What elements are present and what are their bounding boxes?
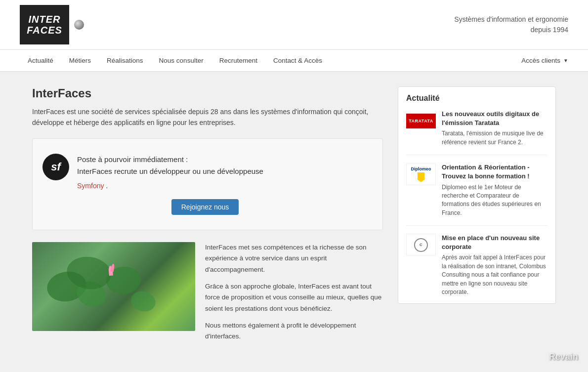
news-text-diplomeo: Orientation & Réorientation - Trouvez la… [442,163,547,217]
symfony-logo-icon: sf [42,154,69,180]
feature-description: InterFaces met ses compétences et la ric… [205,242,383,348]
colombus-logo: C [406,234,436,256]
nav-item-nous-consulter[interactable]: Nous consulter [151,50,211,71]
navigation: Actualité Métiers Réalisations Nous cons… [0,50,588,72]
nav-item-recrutement[interactable]: Recrutement [211,50,265,71]
logo: INTER FACES [20,5,69,44]
join-button[interactable]: Rejoignez nous [171,199,239,215]
news-text-colombus: Mise en place d'un nouveau site corporat… [442,234,547,296]
feature-section: InterFaces met ses compétences et la ric… [32,242,383,348]
logo-faces: FACES [27,25,62,36]
nav-item-realisations[interactable]: Réalisations [99,50,151,71]
news-item-colombus: C Mise en place d'un nouveau site corpor… [406,234,547,296]
news-desc-diplomeo: Diplomeo est le 1er Moteur de recherche … [442,183,547,218]
news-thumb-diplomeo: Diplomeo [406,163,436,185]
lily-image [32,242,195,331]
dot: . [104,182,108,190]
tagline: Systèmes d'information et ergonomie depu… [454,14,568,35]
feature-image [32,242,195,331]
symfony-label: Symfony [77,182,104,190]
news-desc-taratata: Taratata, l'émission de musique live de … [442,129,547,147]
main-wrapper: InterFaces InterFaces est une société de… [12,72,576,372]
nav-item-contact-acces[interactable]: Contact & Accès [265,50,330,71]
feature-para3: Nous mettons également à profit le dével… [205,320,383,342]
logo-area: INTER FACES [20,5,84,44]
client-access-dropdown[interactable]: Accès clients ▼ [521,57,568,64]
chevron-down-icon: ▼ [563,58,568,63]
sidebar-title: Actualité [406,94,547,103]
intro-text: InterFaces est une société de services s… [32,106,383,128]
feature-para1: InterFaces met ses compétences et la ric… [205,242,383,275]
join-btn-wrapper: Rejoignez nous [42,199,368,215]
content-left: InterFaces InterFaces est une société de… [32,82,383,358]
nav-item-metiers[interactable]: Métiers [61,50,99,71]
news-text-taratata: Les nouveaux outils digitaux de l'émissi… [442,110,547,147]
job-subtitle: InterFaces recrute un développeur ou une… [77,165,263,177]
job-text: Poste à pourvoir immédiatement : InterFa… [77,154,263,191]
taratata-logo: TARATATA [406,114,436,128]
logo-inter: INTER [29,14,61,25]
diplomeo-ribbon-icon [418,172,424,182]
news-title-diplomeo: Orientation & Réorientation - Trouvez la… [442,163,547,181]
news-thumb-taratata: TARATATA [406,110,436,132]
news-title-taratata: Les nouveaux outils digitaux de l'émissi… [442,110,547,127]
client-access-label: Accès clients [521,57,560,64]
nav-links: Actualité Métiers Réalisations Nous cons… [20,50,330,71]
logo-ball-icon [74,20,84,30]
diplomeo-logo: Diplomeo [406,163,436,185]
colombus-circle-icon: C [414,238,428,252]
news-item-diplomeo: Diplomeo Orientation & Réorientation - T… [406,163,547,226]
nav-item-actualite[interactable]: Actualité [20,50,61,71]
job-box: sf Poste à pourvoir immédiatement : Inte… [32,138,383,230]
feature-para2: Grâce à son approche globale, InterFaces… [205,281,383,314]
news-thumb-colombus: C [406,234,436,256]
job-symfony: Symfony . [77,180,263,191]
job-content: sf Poste à pourvoir immédiatement : Inte… [42,154,263,191]
sidebar-news-section: Actualité TARATATA Les nouveaux outils d… [398,86,556,304]
header: INTER FACES Systèmes d'information et er… [0,0,588,50]
sidebar: Actualité TARATATA Les nouveaux outils d… [398,82,556,358]
news-desc-colombus: Après avoir fait appel à InterFaces pour… [442,253,547,296]
news-item-taratata: TARATATA Les nouveaux outils digitaux de… [406,110,547,155]
news-title-colombus: Mise en place d'un nouveau site corporat… [442,234,547,251]
job-title: Poste à pourvoir immédiatement : [77,154,263,165]
page-title: InterFaces [32,86,383,100]
